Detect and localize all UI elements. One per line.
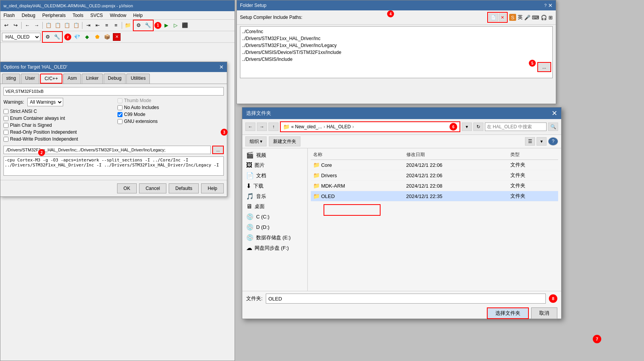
defaults-button[interactable]: Defaults bbox=[169, 183, 199, 193]
toolbar-format2[interactable]: ≡ bbox=[112, 21, 120, 30]
folder-close-icon[interactable]: ✕ bbox=[548, 2, 553, 8]
gnu-check[interactable] bbox=[117, 119, 122, 124]
toolbar-btn3[interactable]: 📋 bbox=[63, 21, 71, 30]
include-paths-input[interactable] bbox=[3, 146, 211, 154]
menu-debug[interactable]: Debug bbox=[20, 12, 37, 19]
options-dialog-close[interactable]: ✕ bbox=[219, 64, 224, 70]
toolbar-format[interactable]: ≡ bbox=[102, 21, 111, 30]
sidebar-d-drive[interactable]: 💿 D (D:) bbox=[242, 222, 307, 232]
menu-tools[interactable]: Tools bbox=[71, 12, 85, 19]
folder-apps-icon[interactable]: ⊞ bbox=[548, 15, 553, 20]
tab-asm[interactable]: Asm bbox=[63, 74, 81, 84]
organize-btn[interactable]: 组织 ▾ bbox=[245, 136, 267, 146]
toolbar-outdent[interactable]: ⇤ bbox=[93, 21, 102, 30]
warnings-select[interactable]: All Warnings bbox=[27, 98, 63, 106]
plain-char-check[interactable] bbox=[3, 123, 8, 128]
menu-help[interactable]: Help bbox=[132, 12, 144, 19]
toolbar-green1[interactable]: ▶ bbox=[162, 21, 171, 30]
toolbar-btn4[interactable]: 📋 bbox=[72, 21, 80, 30]
nav-refresh-btn[interactable]: ↻ bbox=[473, 123, 483, 131]
tab-debug[interactable]: Debug bbox=[104, 74, 126, 84]
sidebar-videos[interactable]: 🎬 视频 bbox=[242, 150, 307, 160]
tab-linker[interactable]: Linker bbox=[82, 74, 103, 84]
file-row-drivers[interactable]: 📁 Drivers 2024/12/1 22:06 文件夹 bbox=[311, 170, 558, 181]
folder-delete-btn[interactable]: ✕ bbox=[499, 13, 506, 21]
tab-cc[interactable]: C/C++ bbox=[40, 74, 63, 84]
file-row-core[interactable]: 📁 Core 2024/12/1 22:06 文件夹 bbox=[311, 160, 558, 170]
toolbar-forward[interactable]: → bbox=[32, 21, 41, 30]
nav-back-btn[interactable]: ← bbox=[245, 123, 255, 131]
sidebar-downloads[interactable]: ⬇ 下载 bbox=[242, 181, 307, 191]
include-browse-btn[interactable]: ... bbox=[212, 146, 224, 154]
filename-input[interactable] bbox=[266, 294, 546, 304]
no-auto-check[interactable] bbox=[117, 105, 122, 110]
menu-window[interactable]: Window bbox=[108, 12, 128, 19]
col-date[interactable]: 修改日期 bbox=[404, 150, 508, 160]
new-folder-btn[interactable]: 新建文件夹 bbox=[269, 136, 300, 146]
help-button[interactable]: Help bbox=[201, 183, 224, 193]
misc-textarea[interactable]: -cpu Cortex-M3 -g -O3 -apcs=interwork --… bbox=[3, 156, 224, 176]
chooser-cancel-btn[interactable]: 取消 bbox=[531, 307, 557, 319]
row2-btn5[interactable]: ⬟ bbox=[93, 33, 101, 41]
folder-kb-icon[interactable]: ⌨ bbox=[532, 15, 539, 20]
toolbar-options2[interactable]: 🔧 bbox=[144, 21, 152, 30]
row2-btn4[interactable]: ◆ bbox=[83, 33, 91, 41]
folder-headset-icon[interactable]: 🎧 bbox=[541, 15, 547, 20]
define-input[interactable] bbox=[3, 87, 224, 96]
view-help-btn[interactable]: ? bbox=[548, 137, 558, 146]
ro-check[interactable] bbox=[3, 130, 8, 135]
view-list-btn[interactable]: ☰ bbox=[525, 137, 535, 146]
toolbar-red[interactable]: ⬛ bbox=[181, 21, 189, 30]
toolbar-undo[interactable]: ↩ bbox=[2, 21, 10, 30]
tab-sting[interactable]: sting bbox=[2, 74, 20, 84]
folder-s-btn[interactable]: S bbox=[509, 14, 516, 21]
toolbar-options1[interactable]: ⚙ bbox=[134, 21, 143, 30]
tab-utilities[interactable]: Utilities bbox=[126, 74, 150, 84]
strict-ansi-check[interactable] bbox=[3, 109, 8, 114]
view-dd-btn[interactable]: ▾ bbox=[537, 137, 547, 146]
sidebar-f-drive[interactable]: ☁ 网盘同步盘 (F:) bbox=[242, 243, 307, 253]
toolbar-btn2[interactable]: 📋 bbox=[54, 21, 62, 30]
c99-check[interactable] bbox=[117, 112, 122, 117]
chooser-close-btn[interactable]: ✕ bbox=[552, 109, 557, 118]
sidebar-documents[interactable]: 📄 文档 bbox=[242, 170, 307, 181]
row2-btn1[interactable]: ⚙ bbox=[44, 33, 52, 41]
nav-dropdown-btn[interactable]: ▾ bbox=[462, 123, 472, 131]
toolbar-back[interactable]: ← bbox=[23, 21, 32, 30]
file-row-oled[interactable]: 📁 OLED 2024/12/1 22:35 文件夹 bbox=[311, 191, 558, 201]
project-dropdown[interactable]: HAL_OLED bbox=[2, 33, 40, 41]
sidebar-e-drive[interactable]: 💿 数据存储盘 (E:) bbox=[242, 232, 307, 243]
file-row-mdk[interactable]: 📁 MDK-ARM 2024/12/1 22:08 文件夹 bbox=[311, 181, 558, 191]
rw-check[interactable] bbox=[3, 137, 8, 142]
folder-mic-icon[interactable]: 🎤 bbox=[524, 15, 530, 20]
folder-new-btn[interactable]: 📄 bbox=[489, 13, 498, 21]
sidebar-music[interactable]: 🎵 音乐 bbox=[242, 191, 307, 201]
toolbar-btn1[interactable]: 📋 bbox=[44, 21, 53, 30]
ok-button[interactable]: OK bbox=[117, 183, 137, 193]
folder-lang-icon[interactable]: 英 bbox=[518, 14, 523, 21]
row2-x-btn[interactable]: ✕ bbox=[113, 33, 121, 41]
sidebar-c-drive[interactable]: 💿 C (C:) bbox=[242, 212, 307, 222]
row2-btn3[interactable]: 💎 bbox=[73, 33, 81, 41]
enum-check[interactable] bbox=[3, 116, 8, 121]
chooser-confirm-btn[interactable]: 选择文件夹 bbox=[487, 307, 529, 319]
path-bar[interactable]: 📁 « New_oled_... › HAL_OLED › 6 bbox=[280, 121, 460, 132]
menu-peripherals[interactable]: Peripherals bbox=[41, 12, 67, 19]
sidebar-pictures[interactable]: 🖼 图片 bbox=[242, 160, 307, 170]
cancel-button[interactable]: Cancel bbox=[139, 183, 166, 193]
row2-btn2[interactable]: 🔧 bbox=[53, 33, 61, 41]
toolbar-redo[interactable]: ↪ bbox=[11, 21, 20, 30]
search-input[interactable] bbox=[485, 123, 547, 131]
col-name[interactable]: 名称 bbox=[311, 150, 404, 160]
row2-btn6[interactable]: 📦 bbox=[103, 33, 111, 41]
sidebar-desktop[interactable]: 🖥 桌面 bbox=[242, 201, 307, 212]
folder-browse-btn[interactable]: ... 5 bbox=[537, 62, 551, 72]
toolbar-indent[interactable]: ⇥ bbox=[84, 21, 92, 30]
menu-svcs[interactable]: SVCS bbox=[89, 12, 104, 19]
toolbar-green2[interactable]: ▷ bbox=[171, 21, 180, 30]
thumb-check[interactable] bbox=[117, 98, 122, 103]
tab-user[interactable]: User bbox=[21, 74, 39, 84]
nav-up-btn[interactable]: ↑ bbox=[268, 123, 278, 131]
toolbar-file[interactable]: 📁 bbox=[124, 21, 132, 30]
search-btn[interactable]: 🔍 bbox=[548, 123, 558, 131]
